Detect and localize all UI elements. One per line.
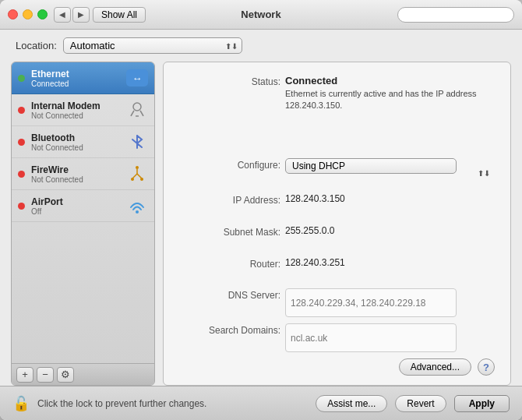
- right-panel: Status: Connected Ethernet is currently …: [163, 62, 511, 386]
- sidebar-item-ethernet[interactable]: Ethernet Connected ↔: [12, 62, 154, 94]
- status-label: Status:: [179, 75, 280, 125]
- main-content: Ethernet Connected ↔ Internal Modem Not …: [0, 62, 522, 386]
- svg-point-0: [133, 103, 141, 111]
- sidebar-list: Ethernet Connected ↔ Internal Modem Not …: [12, 62, 154, 363]
- ethernet-icon: ↔: [126, 67, 148, 89]
- sidebar-item-name-firewire: FireWire: [31, 164, 120, 175]
- right-bottom: Advanced... ?: [179, 352, 495, 376]
- sidebar-item-name-bluetooth: Bluetooth: [31, 132, 120, 143]
- sidebar-item-text-modem: Internal Modem Not Connected: [31, 101, 120, 120]
- modem-icon: [126, 99, 148, 121]
- revert-button[interactable]: Revert: [395, 395, 446, 412]
- search-domains-input[interactable]: [285, 323, 457, 352]
- window-title: Network: [241, 9, 280, 20]
- remove-network-button[interactable]: −: [37, 367, 54, 383]
- dns-input[interactable]: [285, 288, 457, 317]
- search-input[interactable]: [397, 7, 514, 23]
- search-box: [397, 7, 514, 23]
- status-dot-ethernet: [18, 75, 25, 82]
- status-dot-bluetooth: [18, 139, 25, 146]
- sidebar: Ethernet Connected ↔ Internal Modem Not …: [11, 62, 155, 386]
- sidebar-item-text-airport: AirPort Off: [31, 196, 120, 216]
- status-connected-text: Connected: [285, 75, 495, 86]
- status-value-block: Connected Ethernet is currently active a…: [285, 75, 495, 125]
- router-value: 128.240.3.251: [285, 257, 495, 283]
- sidebar-item-text-firewire: FireWire Not Connected: [31, 164, 120, 184]
- search-domains-label: Search Domains:: [179, 323, 280, 352]
- gear-button[interactable]: ⚙: [57, 367, 74, 383]
- minimize-button[interactable]: [23, 9, 33, 19]
- assist-me-button[interactable]: Assist me...: [316, 395, 387, 412]
- sidebar-item-bluetooth[interactable]: Bluetooth Not Connected: [12, 126, 154, 158]
- body: Location: Automatic Edit Locations... ⬆⬇: [0, 30, 522, 386]
- maximize-button[interactable]: [37, 9, 48, 19]
- location-select[interactable]: Automatic Edit Locations...: [63, 37, 242, 54]
- spacer1: [179, 132, 280, 139]
- location-bar: Location: Automatic Edit Locations... ⬆⬇: [0, 30, 522, 62]
- advanced-button[interactable]: Advanced...: [399, 358, 471, 376]
- sidebar-item-name-airport: AirPort: [31, 196, 120, 207]
- sidebar-item-sub-airport: Off: [31, 207, 120, 216]
- sidebar-item-name-ethernet: Ethernet: [31, 69, 120, 79]
- traffic-lights: [8, 9, 48, 19]
- svg-line-4: [137, 174, 142, 178]
- sidebar-item-firewire[interactable]: FireWire Not Connected: [12, 158, 154, 190]
- sidebar-item-text-bluetooth: Bluetooth Not Connected: [31, 132, 120, 152]
- show-all-button[interactable]: Show All: [93, 7, 146, 23]
- svg-point-7: [136, 210, 139, 214]
- svg-point-1: [136, 166, 139, 169]
- configure-label: Configure:: [179, 158, 280, 187]
- lock-icon[interactable]: 🔓: [12, 395, 30, 412]
- configure-select-wrap: Using DHCP Using DHCP with manual addres…: [285, 158, 495, 187]
- sidebar-item-sub-modem: Not Connected: [31, 111, 120, 120]
- sidebar-item-sub-bluetooth: Not Connected: [31, 143, 120, 152]
- add-network-button[interactable]: +: [16, 367, 34, 383]
- help-button[interactable]: ?: [478, 358, 495, 376]
- configure-select[interactable]: Using DHCP Using DHCP with manual addres…: [285, 158, 457, 174]
- bluetooth-icon: [126, 131, 148, 153]
- airport-icon: [126, 195, 148, 217]
- svg-point-5: [131, 178, 134, 181]
- titlebar: ◀ ▶ Show All Network: [0, 0, 522, 30]
- nav-buttons: ◀ ▶: [54, 7, 90, 23]
- location-select-wrap: Automatic Edit Locations... ⬆⬇: [63, 37, 242, 54]
- close-button[interactable]: [8, 9, 18, 19]
- status-dot-airport: [18, 203, 25, 210]
- sidebar-item-sub-ethernet: Connected: [31, 79, 120, 88]
- apply-button[interactable]: Apply: [454, 395, 510, 412]
- status-dot-modem: [18, 107, 25, 114]
- network-window: ◀ ▶ Show All Network Location: Automatic…: [0, 0, 522, 420]
- subnet-value: 255.255.0.0: [285, 225, 495, 251]
- router-label: Router:: [179, 257, 280, 283]
- forward-button[interactable]: ▶: [72, 7, 90, 23]
- back-button[interactable]: ◀: [54, 7, 71, 23]
- footer-lock-text: Click the lock to prevent further change…: [37, 398, 308, 409]
- sidebar-toolbar: + − ⚙: [12, 363, 154, 385]
- sidebar-item-airport[interactable]: AirPort Off: [12, 190, 154, 222]
- spacer2: [285, 132, 495, 139]
- status-desc-text: Ethernet is currently active and has the…: [285, 88, 495, 112]
- firewire-icon: [126, 163, 148, 185]
- detail-grid: Status: Connected Ethernet is currently …: [179, 75, 495, 352]
- ip-value: 128.240.3.150: [285, 193, 495, 219]
- location-label: Location:: [16, 40, 57, 51]
- ip-label: IP Address:: [179, 193, 280, 219]
- dns-label: DNS Server:: [179, 288, 280, 317]
- svg-point-6: [140, 178, 143, 181]
- sidebar-item-sub-firewire: Not Connected: [31, 175, 120, 184]
- configure-chevron-icon: ⬆⬇: [478, 168, 490, 177]
- sidebar-item-name-modem: Internal Modem: [31, 101, 120, 111]
- status-dot-firewire: [18, 171, 25, 178]
- footer: 🔓 Click the lock to prevent further chan…: [0, 386, 522, 420]
- sidebar-item-internal-modem[interactable]: Internal Modem Not Connected: [12, 94, 154, 126]
- subnet-label: Subnet Mask:: [179, 225, 280, 251]
- svg-line-3: [132, 174, 137, 178]
- sidebar-item-text-ethernet: Ethernet Connected: [31, 69, 120, 88]
